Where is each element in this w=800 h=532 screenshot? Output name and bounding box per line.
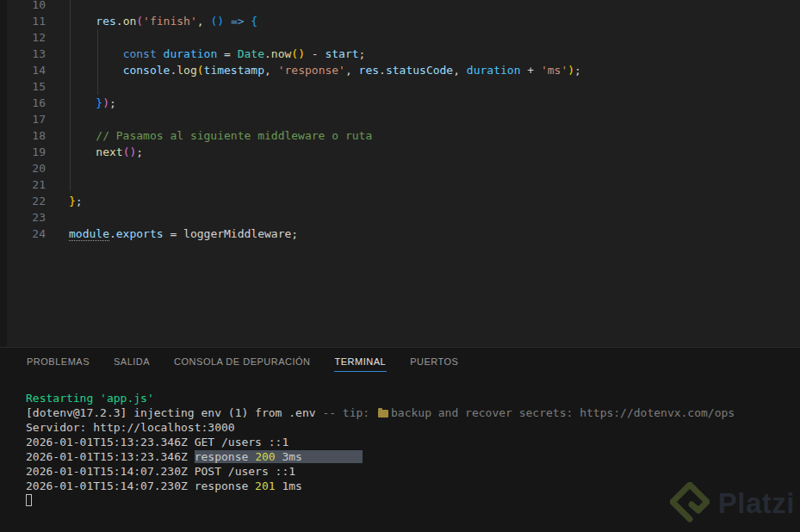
terminal-text: Servidor: http://localhost:3000 [26, 421, 235, 434]
code-line[interactable]: 10 [7, 0, 800, 13]
line-number[interactable]: 23 [7, 209, 46, 226]
terminal-text: backup and recover secrets: https://dote… [391, 406, 735, 419]
code-line[interactable]: 13 const duration = Date.now() - start; [7, 46, 800, 62]
terminal-text: 2026-01-01T15:14:07.230Z response [26, 479, 255, 492]
line-number[interactable]: 19 [7, 144, 46, 160]
code-token: console [123, 64, 171, 77]
code-token: + [520, 64, 540, 77]
code-line-text: console.log(timestamp, 'response', res.s… [46, 64, 581, 77]
code-editor[interactable]: 1011 res.on('finish', () => {1213 const … [0, 0, 800, 347]
code-token: . [109, 227, 116, 240]
code-token: () [123, 145, 137, 158]
code-line[interactable]: 15 [7, 78, 800, 95]
code-token [69, 64, 123, 77]
code-token: { [251, 15, 257, 28]
line-number[interactable]: 21 [7, 176, 46, 193]
code-token: } [96, 96, 102, 109]
terminal-text: 2026-01-01T15:13:23.346Z [26, 450, 195, 463]
terminal-text: 201 [255, 479, 275, 492]
code-token: duration [164, 47, 218, 60]
code-token: ; [359, 47, 366, 60]
code-token: loggerMiddleware [183, 227, 291, 240]
code-line-text [46, 178, 69, 191]
line-number[interactable]: 20 [7, 160, 46, 176]
line-number[interactable]: 14 [7, 62, 46, 78]
terminal-text: 200 [255, 450, 275, 463]
code-line[interactable]: 17 [7, 111, 800, 127]
line-number[interactable]: 18 [7, 127, 46, 144]
code-line-text [46, 113, 69, 126]
terminal-text [302, 450, 363, 463]
line-number[interactable]: 24 [7, 226, 46, 242]
code-token: = [217, 47, 237, 60]
terminal-line [26, 493, 735, 508]
terminal-line: Servidor: http://localhost:3000 [26, 420, 735, 435]
code-token: duration [467, 64, 521, 77]
terminal-output[interactable]: Restarting 'app.js'[dotenv@17.2.3] injec… [26, 391, 735, 508]
code-token: ; [574, 64, 581, 77]
code-token: exports [116, 227, 164, 240]
code-token [69, 145, 96, 158]
platzi-logo-icon [670, 482, 710, 525]
tab-terminal[interactable]: TERMINAL [334, 353, 388, 372]
code-line[interactable]: 20 [7, 160, 800, 176]
code-line[interactable]: 16 }); [7, 95, 800, 111]
watermark-text: Platzi [718, 487, 795, 520]
line-number[interactable]: 16 [7, 95, 46, 111]
editor-edge-strip [0, 0, 7, 347]
line-number[interactable]: 13 [7, 46, 46, 62]
tab-problemas[interactable]: PROBLEMAS [26, 353, 90, 372]
code-token [69, 129, 96, 142]
code-token: , [345, 64, 359, 77]
code-token: module [69, 227, 109, 241]
terminal-text: response [195, 450, 255, 463]
line-number[interactable]: 22 [7, 193, 46, 209]
platzi-watermark: Platzi [670, 482, 795, 525]
code-line[interactable]: 23 [7, 209, 800, 226]
code-line-text [46, 162, 69, 175]
code-line[interactable]: 22}; [7, 193, 800, 209]
code-line-text: }; [46, 195, 83, 207]
code-line-text: // Pasamos al siguiente middleware o rut… [46, 129, 372, 142]
code-token: now [271, 47, 291, 60]
terminal-text: Restarting 'app.js' [26, 392, 154, 405]
terminal-text: 2026-01-01T15:14:07.230Z POST /users ::1 [26, 465, 295, 478]
code-line[interactable]: 21 [7, 176, 800, 193]
tab-consola-de-depuracion[interactable]: CONSOLA DE DEPURACIÓN [173, 353, 311, 372]
code-line[interactable]: 19 next(); [7, 144, 800, 160]
code-token: ; [109, 96, 116, 109]
code-token: ; [76, 195, 83, 207]
code-token: const [123, 47, 157, 60]
terminal-text: 2026-01-01T15:13:23.346Z GET /users ::1 [26, 436, 288, 448]
code-line[interactable]: 11 res.on('finish', () => { [7, 13, 800, 29]
line-number[interactable]: 10 [7, 0, 46, 13]
code-token: ) [567, 64, 574, 77]
terminal-text: [dotenv@17.2.3] injecting env (1) from .… [26, 406, 322, 419]
code-line[interactable]: 18 // Pasamos al siguiente middleware o … [7, 127, 800, 144]
code-token: () [291, 47, 305, 60]
bottom-panel: PROBLEMASSALIDACONSOLA DE DEPURACIÓNTERM… [0, 347, 800, 532]
code-lines: 1011 res.on('finish', () => {1213 const … [7, 0, 800, 242]
line-number[interactable]: 15 [7, 78, 46, 95]
code-token: start [325, 47, 358, 60]
code-token [157, 47, 164, 60]
code-token: } [69, 195, 76, 207]
tab-salida[interactable]: SALIDA [113, 353, 151, 372]
code-line-text: module.exports = loggerMiddleware; [46, 227, 298, 240]
code-token: log [177, 64, 196, 77]
line-number[interactable]: 17 [7, 111, 46, 127]
terminal-text: 3ms [276, 450, 302, 463]
terminal-text: 1ms [276, 479, 302, 492]
code-line[interactable]: 12 [7, 29, 800, 46]
code-token: next [96, 145, 122, 158]
terminal-line: Restarting 'app.js' [26, 391, 735, 405]
code-line[interactable]: 14 console.log(timestamp, 'response', re… [7, 62, 800, 78]
line-number[interactable]: 12 [7, 29, 46, 46]
terminal-text: -- tip: [322, 406, 376, 419]
line-number[interactable]: 11 [7, 13, 46, 29]
code-line[interactable]: 24module.exports = loggerMiddleware; [7, 226, 800, 242]
code-token: ; [291, 227, 298, 240]
tab-puertos[interactable]: PUERTOS [409, 353, 459, 372]
code-token: . [379, 64, 386, 77]
terminal-line: 2026-01-01T15:14:07.230Z POST /users ::1 [26, 464, 735, 479]
